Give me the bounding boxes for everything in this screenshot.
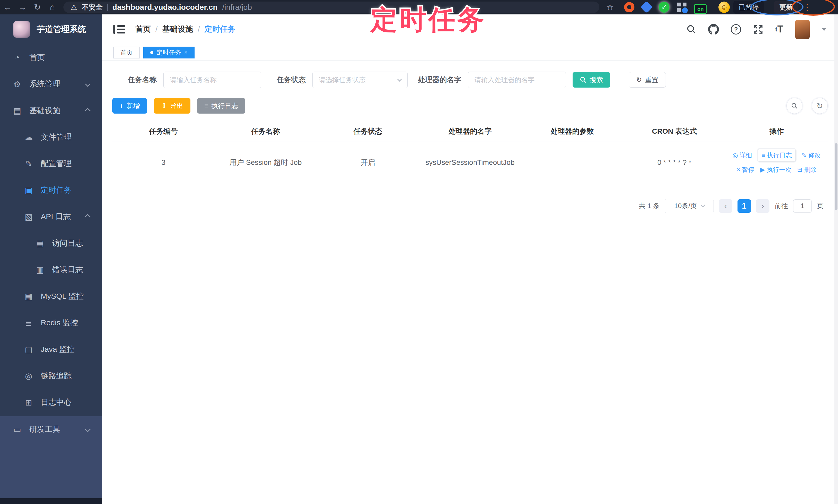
warning-icon: ⚠ bbox=[71, 3, 77, 12]
sidebar-item-label: 文件管理 bbox=[41, 132, 72, 142]
font-size-icon[interactable]: tT bbox=[775, 24, 783, 35]
address-bar[interactable]: ⚠ 不安全 dashboard.yudao.iocoder.cn /infra/… bbox=[64, 2, 599, 13]
sidebar-bottom-strip bbox=[0, 498, 102, 504]
breadcrumb-infrastructure[interactable]: 基础设施 bbox=[162, 24, 193, 35]
tab-scheduled-jobs[interactable]: 定时任务 × bbox=[143, 47, 195, 58]
tab-home[interactable]: 首页 bbox=[114, 47, 140, 58]
sidebar-item-home[interactable]: ◔ 首页 bbox=[0, 44, 102, 71]
job-status-select[interactable]: 请选择任务状态 bbox=[312, 72, 408, 88]
browser-forward-button[interactable]: → bbox=[15, 3, 30, 12]
scrollbar-thumb[interactable] bbox=[835, 143, 837, 210]
browser-reload-button[interactable]: ↻ bbox=[30, 2, 45, 12]
goto-page-input[interactable] bbox=[793, 199, 812, 213]
list-icon: ≡ bbox=[762, 152, 765, 159]
toggle-search-button[interactable] bbox=[786, 98, 802, 114]
sidebar-item-redis-monitor[interactable]: ≣ Redis 监控 bbox=[0, 309, 102, 336]
sidebar-collapse-icon[interactable] bbox=[114, 25, 125, 34]
page-tabbar: 首页 定时任务 × bbox=[102, 44, 838, 61]
chevron-up-icon bbox=[85, 108, 90, 113]
search-button[interactable]: 搜索 bbox=[573, 72, 610, 88]
page-size-value: 10条/页 bbox=[674, 201, 697, 211]
browser-menu-icon[interactable]: ⋮ bbox=[803, 2, 811, 12]
page-size-select[interactable]: 10条/页 bbox=[665, 199, 714, 213]
search-icon[interactable] bbox=[686, 24, 696, 34]
update-button[interactable]: 更新 bbox=[774, 1, 798, 14]
delete-link[interactable]: ⊟ 删除 bbox=[797, 166, 816, 174]
export-button[interactable]: ⇩ 导出 bbox=[154, 98, 190, 113]
sidebar-item-java-monitor[interactable]: ▢ Java 监控 bbox=[0, 336, 102, 363]
pause-link[interactable]: × 暂停 bbox=[737, 166, 754, 174]
col-job-name: 任务名称 bbox=[215, 122, 317, 141]
fullscreen-icon[interactable] bbox=[753, 24, 763, 35]
sidebar-item-error-log[interactable]: ▥ 错误日志 bbox=[0, 256, 102, 283]
exec-log-button[interactable]: ≡ 执行日志 bbox=[197, 98, 245, 113]
browser-profile-chip[interactable]: ☺ 已暂停 bbox=[718, 1, 764, 14]
sidebar-item-infrastructure[interactable]: ▤ 基础设施 bbox=[0, 97, 102, 124]
sidebar-item-label: 访问日志 bbox=[52, 238, 83, 249]
user-menu-caret-icon[interactable] bbox=[821, 28, 827, 31]
row-exec-log-label: 执行日志 bbox=[767, 151, 792, 159]
omnibox-divider bbox=[107, 4, 108, 11]
sidebar-light-section: ▭ 研发工具 bbox=[0, 416, 102, 498]
extension-green-check-icon[interactable]: ✓ bbox=[659, 2, 669, 13]
refresh-button[interactable]: ↻ bbox=[812, 98, 828, 114]
breadcrumb: 首页 / 基础设施 / 定时任务 bbox=[135, 24, 235, 35]
vertical-scrollbar[interactable] bbox=[834, 14, 838, 504]
sidebar-item-dev-tools[interactable]: ▭ 研发工具 bbox=[0, 416, 102, 443]
user-avatar[interactable] bbox=[795, 20, 810, 39]
sidebar-item-trace[interactable]: ◎ 链路追踪 bbox=[0, 363, 102, 389]
log-center-icon: ⊞ bbox=[23, 398, 35, 408]
current-page-button[interactable]: 1 bbox=[737, 199, 751, 213]
cell-handler-name: sysUserSessionTimeoutJob bbox=[419, 141, 521, 184]
bookmark-star-icon[interactable]: ☆ bbox=[606, 2, 614, 12]
action-line-1: ◎ 详细 ≡ 执行日志 ✎ 修改 bbox=[727, 149, 826, 162]
edit-link[interactable]: ✎ 修改 bbox=[801, 151, 821, 159]
app-title: 芋道管理系统 bbox=[37, 24, 86, 35]
row-exec-log-link[interactable]: ≡ 执行日志 bbox=[758, 149, 796, 162]
extension-blue-icon[interactable] bbox=[640, 1, 653, 13]
tab-close-icon[interactable]: × bbox=[184, 49, 188, 56]
sidebar-item-config-management[interactable]: ✎ 配置管理 bbox=[0, 150, 102, 177]
cell-job-name: 用户 Session 超时 Job bbox=[215, 141, 317, 184]
monitor-icon: ▢ bbox=[23, 345, 35, 354]
sidebar-item-log-center[interactable]: ⊞ 日志中心 bbox=[0, 389, 102, 416]
prev-page-button[interactable]: ‹ bbox=[719, 199, 732, 213]
job-name-input[interactable] bbox=[163, 72, 261, 88]
browser-back-button[interactable]: ← bbox=[0, 3, 15, 12]
exec-log-button-label: 执行日志 bbox=[211, 102, 238, 110]
extension-on-badge[interactable]: on bbox=[694, 4, 706, 14]
handler-name-input[interactable] bbox=[468, 72, 566, 88]
infrastructure-icon: ▤ bbox=[11, 106, 23, 115]
security-label[interactable]: 不安全 bbox=[82, 3, 103, 12]
breadcrumb-home[interactable]: 首页 bbox=[135, 24, 151, 35]
sidebar-item-mysql-monitor[interactable]: ▦ MySQL 监控 bbox=[0, 283, 102, 309]
table-row: 3 用户 Session 超时 Job 开启 sysUserSessionTim… bbox=[112, 141, 828, 184]
sidebar-item-api-log[interactable]: ▧ API 日志 bbox=[0, 203, 102, 230]
breadcrumb-current: 定时任务 bbox=[205, 24, 235, 35]
sidebar-item-label: 定时任务 bbox=[41, 185, 72, 196]
sidebar-item-access-log[interactable]: ▤ 访问日志 bbox=[0, 230, 102, 256]
sidebar-item-system-management[interactable]: ⚙ 系统管理 bbox=[0, 71, 102, 97]
run-once-link[interactable]: ▶ 执行一次 bbox=[760, 166, 791, 174]
detail-link[interactable]: ◎ 详细 bbox=[733, 151, 752, 159]
next-page-button[interactable]: › bbox=[756, 199, 769, 213]
cell-job-status: 开启 bbox=[317, 141, 419, 184]
reset-button[interactable]: ↻ 重置 bbox=[629, 72, 666, 88]
api-log-icon: ▧ bbox=[23, 212, 35, 222]
extension-orange-icon[interactable] bbox=[624, 2, 634, 12]
extension-icons: ✓ on bbox=[624, 0, 706, 14]
extension-grid-icon[interactable] bbox=[677, 3, 686, 12]
sidebar: 芋道管理系统 ◔ 首页 ⚙ 系统管理 ▤ 基础设施 ☁ 文件管理 ✎ 配置管理 … bbox=[0, 14, 102, 504]
handler-name-group: 处理器的名字 bbox=[418, 72, 566, 88]
handler-text: sysUserSessionTimeoutJob bbox=[425, 157, 514, 168]
help-icon[interactable]: ? bbox=[731, 24, 741, 35]
browser-home-button[interactable]: ⌂ bbox=[45, 3, 60, 12]
sidebar-item-file-management[interactable]: ☁ 文件管理 bbox=[0, 124, 102, 150]
chevron-up-icon bbox=[85, 214, 90, 219]
add-button[interactable]: + 新增 bbox=[112, 98, 147, 113]
job-name-label: 任务名称 bbox=[128, 75, 157, 85]
github-icon[interactable] bbox=[708, 24, 719, 35]
col-handler-name: 处理器的名字 bbox=[419, 122, 521, 141]
edit-icon: ✎ bbox=[23, 159, 35, 169]
sidebar-item-scheduled-jobs[interactable]: ▣ 定时任务 bbox=[0, 177, 102, 203]
